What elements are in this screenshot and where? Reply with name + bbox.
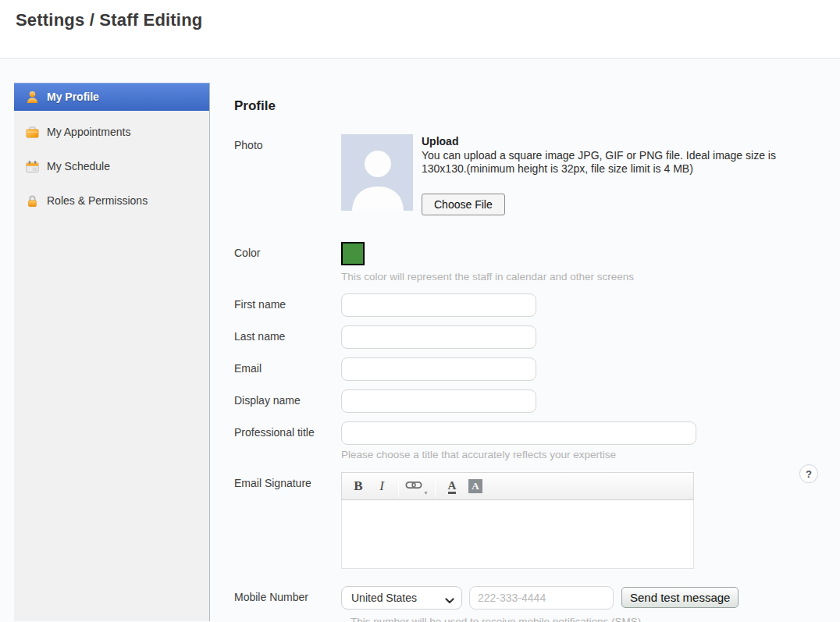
person-icon <box>25 90 40 105</box>
country-select[interactable]: United States <box>341 586 462 610</box>
page-header: Settings / Staff Editing <box>0 0 840 59</box>
sidebar-item-label: My Profile <box>47 91 99 103</box>
avatar-placeholder <box>341 134 413 211</box>
email-label: Email <box>234 357 341 381</box>
professional-title-field[interactable] <box>341 421 696 445</box>
color-label: Color <box>234 242 341 283</box>
sidebar-item-label: Roles & Permissions <box>47 194 148 207</box>
mobile-number-row: Mobile Number United States <box>234 586 840 622</box>
email-signature-label: Email Signature <box>234 472 341 572</box>
briefcase-icon <box>25 125 40 140</box>
phone-input[interactable] <box>469 586 614 610</box>
professional-title-row: Professional title Please choose a title… <box>234 421 840 460</box>
italic-button[interactable]: I <box>372 475 392 497</box>
professional-title-label: Professional title <box>234 421 341 460</box>
background-color-button[interactable]: A <box>465 475 486 497</box>
professional-title-hint: Please choose a title that accurately re… <box>341 449 696 460</box>
last-name-row: Last name <box>234 325 840 349</box>
staff-color-swatch[interactable] <box>341 242 365 265</box>
country-select-wrap: United States <box>341 586 462 610</box>
upload-description: You can upload a square image JPG, GIF o… <box>422 149 796 176</box>
calendar-icon <box>25 159 40 174</box>
sidebar-item-my-appointments[interactable]: My Appointments <box>14 118 209 146</box>
mobile-number-label: Mobile Number <box>234 586 341 622</box>
chevron-down-icon: ▼ <box>423 490 429 496</box>
background-color-icon: A <box>468 479 482 493</box>
display-name-field[interactable] <box>341 389 536 413</box>
color-row: Color This color will represent the staf… <box>234 242 840 283</box>
email-signature-row: Email Signature B I <box>234 472 840 572</box>
bold-button[interactable]: B <box>348 475 368 497</box>
upload-title: Upload <box>422 135 796 148</box>
last-name-field[interactable] <box>341 325 536 349</box>
send-test-message-button[interactable]: Send test message <box>621 587 739 608</box>
signature-toolbar: B I <box>341 472 694 500</box>
first-name-row: First name <box>234 293 840 317</box>
link-button[interactable]: ▼ <box>405 475 429 497</box>
email-signature-editor: B I <box>341 472 694 572</box>
lock-icon <box>25 194 40 208</box>
staff-editing-page: Settings / Staff Editing My Profile <box>0 0 840 622</box>
photo-label: Photo <box>234 134 341 215</box>
color-hint: This color will represent the staff in c… <box>341 271 634 283</box>
font-color-icon: A <box>448 478 457 494</box>
last-name-label: Last name <box>234 325 341 349</box>
settings-sidebar: My Profile My Appointments <box>14 83 210 621</box>
help-button[interactable]: ? <box>799 464 818 483</box>
display-name-row: Display name <box>234 389 840 413</box>
first-name-label: First name <box>234 293 341 317</box>
mobile-number-hint: This number will be used to receive mobi… <box>351 616 739 622</box>
email-row: Email <box>234 357 840 381</box>
page-title: Settings / Staff Editing <box>16 10 840 30</box>
photo-row: Photo Upload You can upload a square ima… <box>234 134 840 215</box>
font-color-button[interactable]: A <box>442 475 462 497</box>
section-heading: Profile <box>234 98 840 114</box>
sidebar-item-my-schedule[interactable]: My Schedule <box>14 152 209 180</box>
profile-form: Profile Photo Upload You can upload a sq… <box>210 59 840 621</box>
signature-textarea[interactable] <box>341 500 694 569</box>
choose-file-button[interactable]: Choose File <box>422 194 505 215</box>
link-icon <box>405 479 422 493</box>
sidebar-item-roles-permissions[interactable]: Roles & Permissions <box>14 187 209 215</box>
email-field[interactable] <box>341 357 536 381</box>
sidebar-item-label: My Appointments <box>47 126 130 138</box>
sidebar-item-my-profile[interactable]: My Profile <box>14 83 209 111</box>
display-name-label: Display name <box>234 389 341 413</box>
sidebar-item-label: My Schedule <box>47 160 110 172</box>
first-name-field[interactable] <box>341 293 536 317</box>
